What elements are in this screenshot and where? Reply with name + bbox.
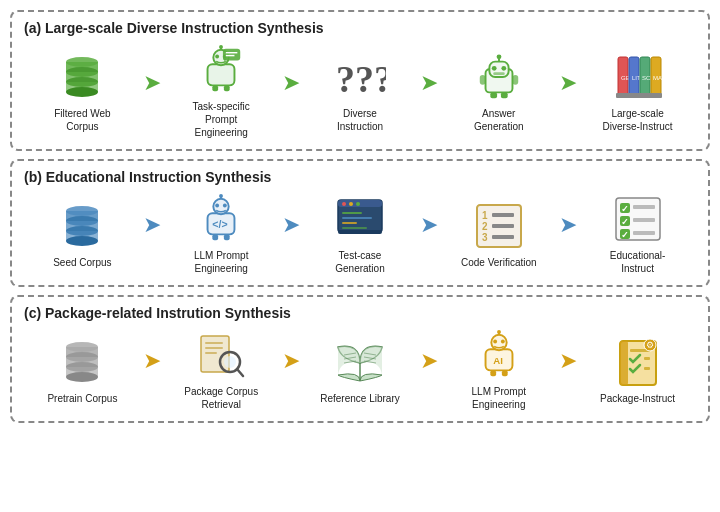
section-b-flow: Seed Corpus ➤ </>: [24, 193, 696, 275]
database-blue-icon: [54, 200, 110, 252]
svg-text:⚙: ⚙: [646, 340, 654, 350]
svg-rect-117: [644, 367, 650, 370]
arrow-1a: ➤: [143, 70, 161, 96]
flow-item-ref-library: Reference Library: [302, 336, 419, 405]
svg-point-58: [342, 202, 346, 206]
svg-point-109: [497, 330, 501, 334]
svg-rect-68: [492, 213, 514, 217]
svg-point-6: [66, 87, 98, 97]
section-a: (a) Large-scale Diverse Instruction Synt…: [10, 10, 710, 151]
svg-text:✓: ✓: [621, 217, 629, 227]
pkg-instruct-label: Package-Instruct: [600, 392, 675, 405]
flow-item-pretrain: Pretrain Corpus: [24, 336, 141, 405]
svg-point-26: [496, 54, 501, 59]
svg-rect-54: [213, 234, 219, 240]
svg-rect-76: [633, 205, 655, 209]
arrow-3a: ➤: [420, 70, 438, 96]
svg-point-89: [66, 372, 98, 382]
svg-rect-39: [616, 93, 662, 98]
svg-point-46: [66, 236, 98, 246]
svg-point-9: [215, 55, 219, 59]
svg-point-60: [356, 202, 360, 206]
svg-rect-30: [501, 92, 508, 98]
svg-text:</>: </>: [213, 218, 228, 230]
section-c-flow: Pretrain Corpus ➤: [24, 329, 696, 411]
svg-rect-111: [490, 370, 496, 376]
flow-item-prompt-eng-a: Task-specificPrompt Engineering: [163, 44, 280, 139]
numbered-list-icon: 1 2 3: [471, 200, 527, 252]
svg-text:MAT: MAT: [653, 75, 664, 81]
svg-point-50: [223, 204, 227, 208]
svg-point-52: [219, 194, 223, 198]
svg-rect-18: [224, 85, 230, 91]
ref-library-label: Reference Library: [320, 392, 399, 405]
arrow-4a: ➤: [559, 70, 577, 96]
prompt-eng-a-label: Task-specificPrompt Engineering: [181, 100, 261, 139]
svg-rect-27: [480, 75, 486, 85]
arrow-3c: ➤: [420, 348, 438, 374]
large-scale-label: Large-scaleDiverse-Instruct: [603, 107, 673, 133]
svg-text:✓: ✓: [621, 230, 629, 240]
svg-rect-114: [620, 341, 628, 385]
flow-item-filtered-web: Filtered WebCorpus: [24, 51, 141, 133]
svg-rect-7: [208, 64, 235, 85]
search-docs-icon: [193, 329, 249, 381]
svg-rect-61: [342, 212, 362, 214]
books-icon: GEO LIT SCI MAT: [610, 51, 666, 103]
question-marks-icon: ???: [332, 51, 388, 103]
section-c: (c) Package-related Instrution Synthesis…: [10, 295, 710, 423]
section-a-title: (a) Large-scale Diverse Instruction Synt…: [24, 20, 696, 36]
answer-gen-label: Answer Generation: [459, 107, 539, 133]
arrow-2a: ➤: [282, 70, 300, 96]
robot2-green-icon: [471, 51, 527, 103]
filtered-web-label: Filtered WebCorpus: [54, 107, 111, 133]
section-a-flow: Filtered WebCorpus ➤: [24, 44, 696, 139]
svg-rect-70: [492, 224, 514, 228]
svg-text:2: 2: [482, 221, 488, 232]
svg-rect-79: [633, 218, 655, 222]
svg-point-12: [219, 45, 223, 49]
open-book-icon: [332, 336, 388, 388]
main-container: (a) Large-scale Diverse Instruction Synt…: [10, 10, 710, 423]
svg-text:✓: ✓: [621, 204, 629, 214]
arrow-2b: ➤: [282, 212, 300, 238]
svg-text:AI: AI: [493, 355, 503, 366]
flow-item-testcase-gen: Test-case Generation: [302, 193, 419, 275]
llm-prompt-b-label: LLM PromptEngineering: [194, 249, 248, 275]
book-gold-icon: ⚙: [610, 336, 666, 388]
arrow-4c: ➤: [559, 348, 577, 374]
section-c-title: (c) Package-related Instrution Synthesis: [24, 305, 696, 321]
svg-text:3: 3: [482, 232, 488, 243]
diverse-instr-label: Diverse Instruction: [320, 107, 400, 133]
svg-text:???: ???: [336, 58, 386, 100]
flow-item-large-scale: GEO LIT SCI MAT Large-scaleDiverse-Instr…: [579, 51, 696, 133]
svg-point-107: [501, 340, 505, 344]
checklist-icon: ✓ ✓ ✓: [610, 193, 666, 245]
flow-item-llm-prompt-c: AI LLM PromptEngineering: [440, 329, 557, 411]
svg-point-23: [501, 65, 506, 70]
database-plain-icon: [54, 336, 110, 388]
arrow-2c: ➤: [282, 348, 300, 374]
robot-green-icon: [193, 44, 249, 96]
robot-yellow-icon: AI: [471, 329, 527, 381]
flow-item-code-verify: 1 2 3 Code Verification: [440, 200, 557, 269]
filtered-web-icon: [54, 51, 110, 103]
svg-text:1: 1: [482, 210, 488, 221]
svg-rect-65: [338, 230, 382, 234]
llm-prompt-c-label: LLM PromptEngineering: [472, 385, 526, 411]
arrow-1c: ➤: [143, 348, 161, 374]
svg-rect-91: [205, 342, 223, 344]
svg-rect-93: [205, 352, 217, 354]
svg-point-22: [492, 65, 497, 70]
svg-rect-29: [490, 92, 497, 98]
svg-point-106: [493, 340, 497, 344]
svg-rect-24: [493, 72, 505, 75]
svg-point-95: [224, 356, 236, 368]
flow-item-pkg-instruct: ⚙ Package-Instruct: [579, 336, 696, 405]
code-verify-label: Code Verification: [461, 256, 537, 269]
svg-rect-82: [633, 231, 655, 235]
arrow-4b: ➤: [559, 212, 577, 238]
svg-point-59: [349, 202, 353, 206]
seed-corpus-label: Seed Corpus: [53, 256, 111, 269]
flow-item-llm-prompt-b: </> LLM PromptEngineering: [163, 193, 280, 275]
